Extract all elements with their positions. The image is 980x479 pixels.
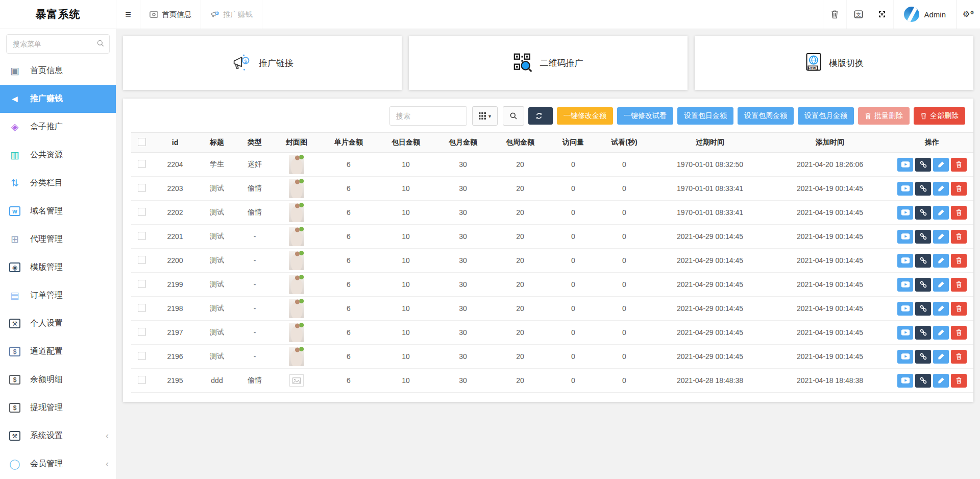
delete-button[interactable] <box>951 206 967 220</box>
video-button[interactable] <box>897 374 913 388</box>
video-button[interactable] <box>897 326 913 340</box>
settings-button[interactable]: ⚙⚙ <box>957 0 980 29</box>
link-button[interactable] <box>915 374 931 388</box>
link-button[interactable] <box>915 206 931 220</box>
video-button[interactable] <box>897 254 913 268</box>
tab-promo-earn[interactable]: $ 推广赚钱 <box>201 0 262 29</box>
sidebar-item[interactable]: w 域名管理 <box>0 197 116 225</box>
row-checkbox[interactable] <box>138 184 146 192</box>
edit-button[interactable] <box>933 158 949 172</box>
set-month-price-button[interactable]: 设置包月金额 <box>798 107 854 125</box>
sidebar-item[interactable]: ▣ 首页信息 <box>0 57 116 85</box>
sidebar-item[interactable]: ◉ 模版管理 <box>0 253 116 281</box>
video-button[interactable] <box>897 350 913 364</box>
delete-button[interactable] <box>951 182 967 196</box>
data-table: id标题类型封面图单片金额包日金额包月金额包周金额访问量试看(秒)过期时间添加时… <box>131 132 973 393</box>
link-button[interactable] <box>915 350 931 364</box>
edit-button[interactable] <box>933 374 949 388</box>
video-button[interactable] <box>897 206 913 220</box>
qrcode-promote-card[interactable]: 二维码推广 <box>409 36 688 90</box>
video-button[interactable] <box>897 182 913 196</box>
cell-price-month: 30 <box>434 297 492 321</box>
translate-button[interactable]: 文 <box>846 0 870 29</box>
batch-delete-button[interactable]: 批量删除 <box>858 107 910 125</box>
edit-button[interactable] <box>933 302 949 316</box>
delete-button[interactable] <box>951 254 967 268</box>
columns-toggle-button[interactable]: ▾ <box>472 106 498 126</box>
row-checkbox[interactable] <box>138 208 146 216</box>
trash-icon <box>920 112 927 119</box>
sidebar-item[interactable]: ⚒ 个人设置 <box>0 309 116 338</box>
set-day-price-button[interactable]: 设置包日金额 <box>677 107 733 125</box>
app-title: 暴富系统 <box>0 0 116 29</box>
sidebar-item-label: 会员管理 <box>30 459 63 469</box>
sidebar-item[interactable]: ◄ 推广赚钱 <box>0 85 116 113</box>
tab-home-info[interactable]: 首页信息 <box>140 0 201 29</box>
row-checkbox[interactable] <box>138 328 146 336</box>
cell-title: 测试 <box>198 321 236 345</box>
link-button[interactable] <box>915 254 931 268</box>
table-search-input[interactable] <box>389 106 467 126</box>
promo-link-card[interactable]: $ 推广链接 <box>123 36 402 90</box>
delete-button[interactable] <box>951 374 967 388</box>
sidebar-item[interactable]: ⇅ 分类栏目 <box>0 169 116 197</box>
sidebar-item[interactable]: $ 余额明细 <box>0 366 116 394</box>
edit-button[interactable] <box>933 278 949 292</box>
edit-button[interactable] <box>933 326 949 340</box>
edit-button[interactable] <box>933 350 949 364</box>
link-button[interactable] <box>915 326 931 340</box>
row-checkbox[interactable] <box>138 280 146 288</box>
user-menu[interactable]: Admin <box>893 0 957 29</box>
nav-tabs: 首页信息 $ 推广赚钱 <box>140 0 262 29</box>
link-button[interactable] <box>915 158 931 172</box>
row-checkbox[interactable] <box>138 232 146 240</box>
sidebar-item[interactable]: ▤ 订单管理 <box>0 281 116 309</box>
row-checkbox[interactable] <box>138 256 146 264</box>
link-button[interactable] <box>915 182 931 196</box>
video-button[interactable] <box>897 278 913 292</box>
sidebar-item[interactable]: ▥ 公共资源 <box>0 141 116 169</box>
template-switch-card[interactable]: HTML 模版切换 <box>695 36 973 90</box>
delete-button[interactable] <box>951 278 967 292</box>
cell-price-week: 20 <box>492 249 549 273</box>
edit-button[interactable] <box>933 254 949 268</box>
cell-title: 测试 <box>198 177 236 201</box>
clear-cache-button[interactable] <box>823 0 846 29</box>
member-icon: ◯ <box>8 459 21 469</box>
sidebar-item[interactable]: ⊞ 代理管理 <box>0 225 116 253</box>
delete-button[interactable] <box>951 158 967 172</box>
link-button[interactable] <box>915 230 931 244</box>
row-checkbox[interactable] <box>138 376 146 384</box>
video-button[interactable] <box>897 158 913 172</box>
sidebar-item[interactable]: ◯ 会员管理 ‹ <box>0 450 116 478</box>
video-button[interactable] <box>897 302 913 316</box>
video-button[interactable] <box>897 230 913 244</box>
search-submit-button[interactable] <box>503 106 524 126</box>
hamburger-menu-button[interactable]: ≡ <box>116 0 140 29</box>
delete-all-button[interactable]: 全部删除 <box>914 107 965 125</box>
edit-button[interactable] <box>933 182 949 196</box>
select-all-checkbox[interactable] <box>138 138 146 146</box>
row-checkbox[interactable] <box>138 160 146 168</box>
batch-edit-price-button[interactable]: 一键修改金额 <box>557 107 613 125</box>
menu-search-input[interactable] <box>6 34 110 54</box>
sidebar-item[interactable]: $ 提现管理 <box>0 394 116 422</box>
link-button[interactable] <box>915 278 931 292</box>
refresh-button[interactable] <box>528 107 553 125</box>
delete-button[interactable] <box>951 230 967 244</box>
cell-price-single: 6 <box>320 297 377 321</box>
delete-button[interactable] <box>951 302 967 316</box>
delete-button[interactable] <box>951 326 967 340</box>
delete-button[interactable] <box>951 350 967 364</box>
edit-button[interactable] <box>933 230 949 244</box>
row-checkbox[interactable] <box>138 352 146 360</box>
set-week-price-button[interactable]: 设置包周金额 <box>738 107 794 125</box>
edit-button[interactable] <box>933 206 949 220</box>
fullscreen-button[interactable] <box>870 0 893 29</box>
sidebar-item[interactable]: $ 通道配置 <box>0 338 116 366</box>
row-checkbox[interactable] <box>138 304 146 312</box>
link-button[interactable] <box>915 302 931 316</box>
sidebar-item[interactable]: ⚒ 系统设置 ‹ <box>0 422 116 450</box>
sidebar-item[interactable]: ◈ 盒子推广 <box>0 113 116 141</box>
batch-edit-preview-button[interactable]: 一键修改试看 <box>617 107 673 125</box>
